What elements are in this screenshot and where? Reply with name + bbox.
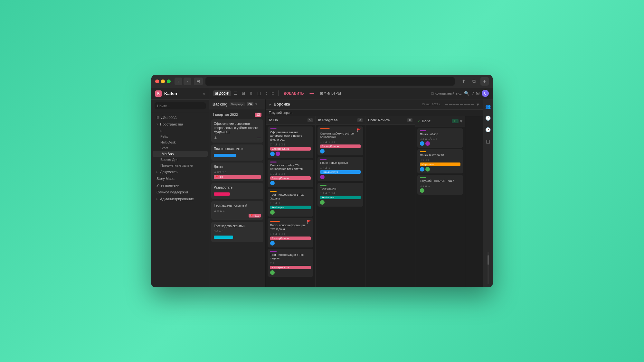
sidebar-item-time[interactable]: Учёт времени bbox=[153, 182, 208, 189]
card-accent bbox=[320, 128, 330, 129]
view-gantt-button[interactable]: ◫ bbox=[256, 90, 262, 96]
card-title: Тест·задача скрытый bbox=[214, 224, 261, 228]
sidebar-subitem-ts[interactable]: ц bbox=[151, 128, 209, 134]
sidebar-subitem-vremya[interactable]: Время Дня bbox=[151, 157, 209, 162]
view-other-button[interactable]: □ bbox=[270, 90, 276, 96]
board-column-codereview: Code Review 0 bbox=[365, 116, 415, 287]
board-icon[interactable]: ◫ bbox=[484, 137, 492, 145]
quarter-count: 13 bbox=[255, 113, 261, 117]
card-accent bbox=[320, 185, 327, 186]
card-title: Тест · информация 1 Тех Задача bbox=[270, 193, 311, 200]
sidebar-subitem-helpdesk[interactable]: HelpDesk bbox=[151, 139, 209, 145]
sidebar-toggle-button[interactable]: ⊟ bbox=[194, 78, 203, 85]
mail-button[interactable]: ✉ bbox=[476, 90, 480, 97]
board-collapse-button[interactable]: ▾ bbox=[477, 101, 479, 107]
subitem-label: Предметные заявки bbox=[160, 163, 193, 167]
board-card[interactable]: 🚩 Блок · поиск информации · Тех задача □… bbox=[268, 218, 313, 247]
column-count-done: 11 bbox=[452, 119, 459, 123]
sidebar-item-label: Документы bbox=[160, 170, 178, 174]
avatar bbox=[320, 149, 325, 153]
sidebar-item-spaces[interactable]: ▾ Пространства bbox=[153, 121, 208, 127]
sidebar-item-admin[interactable]: ▸ Администрирование bbox=[153, 196, 208, 202]
view-boards-button[interactable]: ⊞ доски bbox=[213, 90, 231, 96]
share-button[interactable]: ⬆ bbox=[460, 78, 468, 85]
card-tag: ТехЗадача bbox=[320, 196, 361, 199]
sidebar-subitem-start[interactable]: Start bbox=[151, 145, 209, 151]
done-collapse-button[interactable]: ▾ bbox=[460, 118, 462, 124]
board-card[interactable]: Тест·задача □ 4 ♟ 2 □ 4 ТехЗадача bbox=[317, 183, 363, 207]
history-icon[interactable]: 🕑 bbox=[484, 126, 492, 134]
card-avatars bbox=[270, 241, 311, 246]
card-accent bbox=[270, 162, 277, 162]
board-card[interactable]: Поиск · обзор □ 2 ♟ 1/2 □ 7 bbox=[417, 128, 463, 148]
view-list-button[interactable]: ☰ bbox=[232, 90, 239, 96]
column-header-codereview: Code Review 0 bbox=[365, 116, 415, 125]
sidebar-item-documents[interactable]: ▸ Документы bbox=[153, 169, 208, 175]
card-title: Тест·задача bbox=[320, 187, 361, 191]
fullscreen-button[interactable] bbox=[167, 79, 171, 83]
backlog-card[interactable]: Тест·задача скрытый □ 6 ♟ 1 bbox=[211, 222, 263, 242]
board-card[interactable]: Текущий · скрытый · №17 □ 1 ♟ 1 bbox=[417, 175, 463, 195]
close-button[interactable] bbox=[155, 79, 159, 83]
card-avatars bbox=[420, 167, 460, 172]
card-accent bbox=[270, 128, 277, 129]
sidebar-item-support[interactable]: Служба поддержки bbox=[153, 189, 208, 195]
board-card[interactable]: Поиск текст по ТЗ □ 1 □ 1 Маркетинг bbox=[417, 149, 463, 173]
card-tag bbox=[214, 192, 230, 196]
avatar bbox=[270, 241, 275, 246]
duplicate-button[interactable]: ⧉ bbox=[470, 78, 478, 85]
backlog-title: Backlog bbox=[213, 102, 228, 107]
board-card[interactable]: Поиск · настройка ТЗ · обновление всех с… bbox=[268, 160, 313, 187]
card-avatars bbox=[420, 188, 460, 193]
search-button[interactable]: 🔍 bbox=[464, 90, 469, 97]
card-title: Оценить работу с учётом обновлений bbox=[320, 132, 361, 139]
board-card[interactable]: Оформление заявки автоматически с нового… bbox=[268, 126, 313, 158]
backlog-card[interactable]: Разработать bbox=[211, 183, 263, 199]
sidebar-subitem-felix[interactable]: Felix bbox=[151, 134, 209, 139]
back-button[interactable]: ‹ bbox=[175, 78, 182, 85]
backlog-card[interactable]: Доска ♟ 0/1 □ 0 🚩 4s bbox=[211, 162, 263, 181]
forward-button[interactable]: › bbox=[184, 78, 191, 85]
user-avatar[interactable]: U bbox=[482, 90, 489, 97]
team-icon[interactable]: 👥 bbox=[484, 103, 492, 110]
card-tag bbox=[214, 236, 233, 239]
sidebar-collapse-button[interactable]: « bbox=[203, 91, 205, 96]
backlog-card[interactable]: Тест/задача · скрытый ♟ 8 ♟ 1 🚩 21s bbox=[211, 201, 263, 220]
board-card[interactable]: Тест · информация в Тех задача □ 2 Блоке… bbox=[268, 249, 313, 277]
minimize-button[interactable] bbox=[161, 79, 165, 83]
new-tab-button[interactable]: + bbox=[480, 77, 489, 86]
backlog-collapse-button[interactable]: ▾ bbox=[255, 102, 257, 106]
clock-icon[interactable]: 🕐 bbox=[484, 114, 492, 122]
avatar bbox=[420, 141, 424, 146]
sidebar-subitem-motbas[interactable]: MotBas bbox=[153, 151, 208, 157]
view-table-button[interactable]: ⊟ bbox=[240, 90, 247, 96]
url-bar[interactable] bbox=[205, 77, 455, 86]
card-accent bbox=[270, 251, 277, 252]
help-button[interactable]: ? bbox=[471, 90, 474, 97]
scrollbar-thumb[interactable] bbox=[488, 255, 489, 265]
filter-button[interactable]: ⊞ ФИЛЬТРЫ bbox=[317, 91, 344, 96]
card-title: Тест/задача · скрытый bbox=[214, 203, 261, 208]
card-avatars bbox=[270, 152, 311, 156]
backlog-card[interactable]: Поиск поставщиков bbox=[211, 144, 263, 161]
column-count: 5 bbox=[308, 118, 313, 122]
board-card[interactable]: Тест · информация 1 Тех Задача □ 6 ♟ 1 Т… bbox=[268, 189, 313, 217]
view-sort-button[interactable]: ⇅ bbox=[248, 90, 254, 96]
card-accent bbox=[420, 130, 426, 131]
sidebar-item-dashboard[interactable]: ⊞ Дашборд bbox=[153, 114, 208, 121]
card-avatars bbox=[270, 210, 311, 215]
view-chart-button[interactable]: ⌇ bbox=[264, 90, 269, 96]
search-input[interactable] bbox=[155, 102, 206, 109]
add-button[interactable]: ДОБАВИТЬ bbox=[281, 91, 306, 96]
board-card[interactable]: Поиск новых данных □ 4 ♟ 1 Новый статус bbox=[317, 157, 363, 181]
sprint-label-bar: Текущий спринт bbox=[266, 110, 483, 116]
sidebar-subitem-predmetnye[interactable]: Предметные заявки bbox=[151, 162, 209, 168]
card-tag: БлокерРелиза bbox=[270, 237, 311, 240]
backlog-card[interactable]: Оформление основного направления с учёто… bbox=[211, 119, 263, 143]
sidebar-item-label: Story Maps bbox=[156, 177, 175, 181]
sidebar-item-storymaps[interactable]: Story Maps bbox=[153, 175, 208, 182]
board-card[interactable]: 🚩 Оценить работу с учётом обновлений □ 5… bbox=[317, 126, 363, 155]
board-toggle-icon[interactable]: ▸ bbox=[270, 103, 271, 106]
compact-view-button[interactable]: □ Компактный вид bbox=[431, 91, 461, 95]
avatar bbox=[320, 175, 325, 179]
